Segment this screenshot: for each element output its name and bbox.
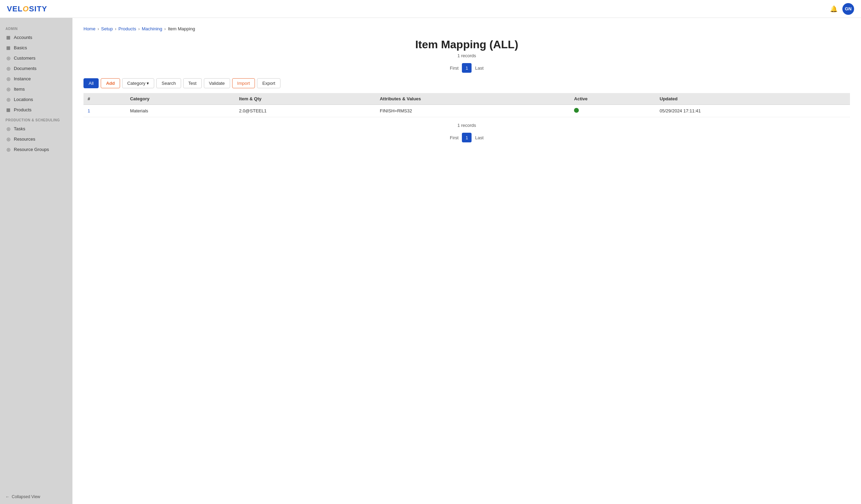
page-1-button-bottom[interactable]: 1	[462, 133, 472, 142]
logo: VELOSITY	[7, 4, 47, 13]
cell-attributes: FINISH=RMS32	[376, 105, 570, 117]
sidebar-item-products-label: Products	[14, 107, 31, 112]
all-button[interactable]: All	[83, 78, 99, 88]
breadcrumb-sep-4: ›	[164, 26, 166, 31]
sidebar-item-basics[interactable]: ▦ Basics	[0, 42, 72, 53]
basics-icon: ▦	[6, 45, 11, 50]
breadcrumb: Home › Setup › Products › Machining › It…	[83, 26, 850, 31]
data-table: # Category Item & Qty Attributes & Value…	[83, 93, 850, 117]
items-icon: ◎	[6, 86, 11, 92]
sidebar-item-items-label: Items	[14, 87, 25, 92]
sidebar-item-locations-label: Locations	[14, 97, 33, 102]
test-button[interactable]: Test	[183, 78, 202, 88]
avatar[interactable]: GN	[842, 3, 854, 15]
collapsed-view-label: Collapsed View	[12, 494, 40, 499]
sidebar-item-documents[interactable]: ◎ Documents	[0, 63, 72, 73]
header-right: 🔔 GN	[830, 3, 854, 15]
bell-icon[interactable]: 🔔	[830, 5, 838, 13]
breadcrumb-machining[interactable]: Machining	[142, 26, 162, 31]
pagination-top: First 1 Last	[83, 63, 850, 73]
col-attributes: Attributes & Values	[376, 93, 570, 105]
breadcrumb-sep-3: ›	[138, 26, 140, 31]
layout: ADMIN ▦ Accounts ▦ Basics ◎ Customers ◎ …	[0, 18, 861, 504]
first-page-link-bottom[interactable]: First	[450, 135, 458, 140]
records-count-bottom: 1 records	[83, 123, 850, 128]
sidebar-item-accounts[interactable]: ▦ Accounts	[0, 32, 72, 42]
breadcrumb-current: Item Mapping	[168, 26, 195, 31]
last-page-link-top[interactable]: Last	[475, 65, 484, 71]
export-button[interactable]: Export	[257, 78, 280, 88]
last-page-link-bottom[interactable]: Last	[475, 135, 484, 140]
sidebar-item-basics-label: Basics	[14, 45, 27, 50]
col-active: Active	[570, 93, 655, 105]
table-header-row: # Category Item & Qty Attributes & Value…	[83, 93, 850, 105]
sidebar-item-accounts-label: Accounts	[14, 35, 32, 40]
instance-icon: ◎	[6, 76, 11, 81]
sidebar-item-tasks[interactable]: ◎ Tasks	[0, 123, 72, 134]
breadcrumb-sep-2: ›	[115, 26, 116, 31]
collapsed-view-button[interactable]: ← Collapsed View	[0, 490, 72, 504]
category-chevron-icon: ▾	[147, 81, 149, 86]
cell-updated: 05/29/2024 17:11:41	[655, 105, 850, 117]
search-button[interactable]: Search	[156, 78, 181, 88]
sidebar-item-instance-label: Instance	[14, 76, 31, 81]
first-page-link-top[interactable]: First	[450, 65, 458, 71]
sidebar-item-resource-groups[interactable]: ◎ Resource Groups	[0, 144, 72, 154]
logo-o: O	[23, 4, 29, 13]
cell-num: 1	[83, 105, 126, 117]
main-content: Home › Setup › Products › Machining › It…	[72, 18, 861, 504]
logo-text: VELOSITY	[7, 4, 47, 13]
col-updated: Updated	[655, 93, 850, 105]
page-1-button-top[interactable]: 1	[462, 63, 472, 73]
breadcrumb-sep-1: ›	[98, 26, 99, 31]
sidebar-item-resources[interactable]: ◎ Resources	[0, 134, 72, 144]
sidebar-item-instance[interactable]: ◎ Instance	[0, 73, 72, 84]
pagination-bottom: First 1 Last	[83, 133, 850, 142]
resource-groups-icon: ◎	[6, 147, 11, 152]
validate-button[interactable]: Validate	[204, 78, 230, 88]
sidebar-item-locations[interactable]: ◎ Locations	[0, 94, 72, 104]
breadcrumb-setup[interactable]: Setup	[101, 26, 113, 31]
sidebar: ADMIN ▦ Accounts ▦ Basics ◎ Customers ◎ …	[0, 18, 72, 504]
page-title: Item Mapping (ALL)	[83, 38, 850, 51]
sidebar-item-documents-label: Documents	[14, 66, 37, 71]
sidebar-item-resources-label: Resources	[14, 137, 35, 142]
admin-section-label: ADMIN	[0, 23, 72, 32]
arrow-left-icon: ←	[6, 494, 10, 499]
accounts-icon: ▦	[6, 34, 11, 40]
products-icon: ▦	[6, 107, 11, 112]
documents-icon: ◎	[6, 65, 11, 71]
sidebar-item-tasks-label: Tasks	[14, 126, 25, 131]
cell-item-qty: 2.0@STEEL1	[235, 105, 376, 117]
breadcrumb-home[interactable]: Home	[83, 26, 96, 31]
resources-icon: ◎	[6, 136, 11, 142]
breadcrumb-products[interactable]: Products	[118, 26, 136, 31]
tasks-icon: ◎	[6, 126, 11, 131]
cell-category: Materials	[126, 105, 235, 117]
records-count-top: 1 records	[83, 53, 850, 58]
row-link[interactable]: 1	[88, 108, 90, 113]
category-button[interactable]: Category ▾	[122, 78, 155, 88]
toolbar: All Add Category ▾ Search Test Validate …	[83, 78, 850, 88]
col-category: Category	[126, 93, 235, 105]
sidebar-item-resource-groups-label: Resource Groups	[14, 147, 49, 152]
cell-active	[570, 105, 655, 117]
sidebar-item-customers-label: Customers	[14, 56, 36, 61]
category-label: Category	[127, 81, 146, 86]
import-button[interactable]: Import	[232, 78, 255, 88]
table-row: 1 Materials 2.0@STEEL1 FINISH=RMS32 05/2…	[83, 105, 850, 117]
add-button[interactable]: Add	[101, 78, 120, 88]
customers-icon: ◎	[6, 55, 11, 61]
sidebar-item-products[interactable]: ▦ Products	[0, 104, 72, 115]
sidebar-item-customers[interactable]: ◎ Customers	[0, 53, 72, 63]
active-indicator	[574, 108, 579, 113]
production-section-label: PRODUCTION & SCHEDULING	[0, 115, 72, 123]
locations-icon: ◎	[6, 97, 11, 102]
col-item-qty: Item & Qty	[235, 93, 376, 105]
header: VELOSITY 🔔 GN	[0, 0, 861, 18]
sidebar-item-items[interactable]: ◎ Items	[0, 84, 72, 94]
col-num: #	[83, 93, 126, 105]
